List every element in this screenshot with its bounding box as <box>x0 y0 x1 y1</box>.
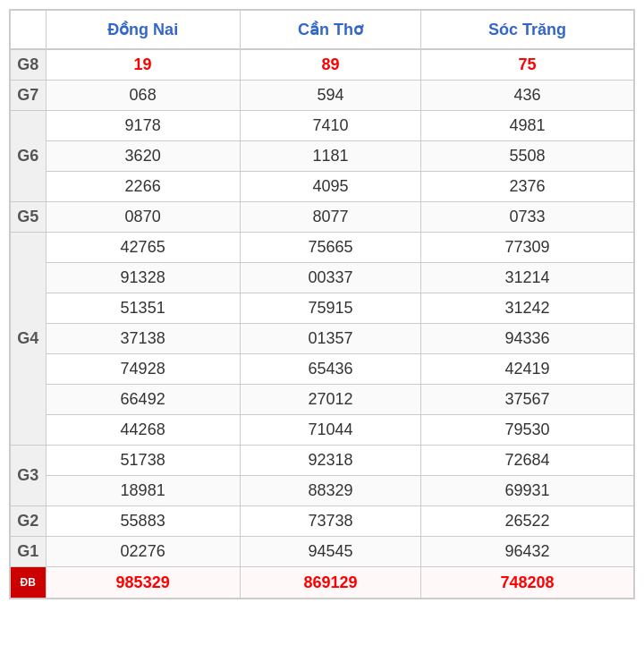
value-cell: 65436 <box>240 354 420 385</box>
value-cell: 44268 <box>46 415 240 446</box>
value-cell: 51351 <box>46 293 240 324</box>
value-cell: 75915 <box>240 293 420 324</box>
value-cell: 51738 <box>46 446 240 476</box>
value-cell: 4981 <box>421 111 634 141</box>
value-cell: 4095 <box>240 172 420 202</box>
value-cell: 75 <box>421 49 634 81</box>
row-label-g3: G3 <box>10 446 46 506</box>
special-prize-value: 985329 <box>46 567 240 599</box>
row-label-g2: G2 <box>10 506 46 537</box>
value-cell: 7410 <box>240 111 420 141</box>
value-cell: 01357 <box>240 324 420 354</box>
value-cell: 75665 <box>240 233 420 263</box>
row-label-special: ĐB <box>10 567 46 599</box>
value-cell: 26522 <box>421 506 634 537</box>
special-prize-value: 869129 <box>240 567 420 599</box>
value-cell: 1181 <box>240 141 420 172</box>
row-label-g4: G4 <box>10 233 46 446</box>
value-cell: 0733 <box>421 202 634 233</box>
value-cell: 594 <box>240 81 420 111</box>
value-cell: 69931 <box>421 476 634 506</box>
value-cell: 02276 <box>46 537 240 567</box>
value-cell: 00337 <box>240 263 420 293</box>
value-cell: 436 <box>421 81 634 111</box>
value-cell: 2266 <box>46 172 240 202</box>
value-cell: 37567 <box>421 385 634 415</box>
row-label-g8: G8 <box>10 49 46 81</box>
value-cell: 79530 <box>421 415 634 446</box>
lottery-results-table: Đồng Nai Cần Thơ Sóc Trăng G8198975G7068… <box>9 9 635 599</box>
value-cell: 3620 <box>46 141 240 172</box>
row-label-g1: G1 <box>10 537 46 567</box>
value-cell: 42419 <box>421 354 634 385</box>
value-cell: 068 <box>46 81 240 111</box>
header-can-tho: Cần Thơ <box>240 10 420 49</box>
value-cell: 71044 <box>240 415 420 446</box>
value-cell: 18981 <box>46 476 240 506</box>
value-cell: 5508 <box>421 141 634 172</box>
header-dong-nai: Đồng Nai <box>46 10 240 49</box>
header-empty <box>10 10 46 49</box>
value-cell: 73738 <box>240 506 420 537</box>
row-label-g7: G7 <box>10 81 46 111</box>
value-cell: 96432 <box>421 537 634 567</box>
value-cell: 55883 <box>46 506 240 537</box>
value-cell: 72684 <box>421 446 634 476</box>
value-cell: 2376 <box>421 172 634 202</box>
value-cell: 27012 <box>240 385 420 415</box>
value-cell: 89 <box>240 49 420 81</box>
value-cell: 74928 <box>46 354 240 385</box>
value-cell: 88329 <box>240 476 420 506</box>
value-cell: 66492 <box>46 385 240 415</box>
value-cell: 31214 <box>421 263 634 293</box>
value-cell: 31242 <box>421 293 634 324</box>
value-cell: 0870 <box>46 202 240 233</box>
value-cell: 94336 <box>421 324 634 354</box>
row-label-g5: G5 <box>10 202 46 233</box>
value-cell: 8077 <box>240 202 420 233</box>
value-cell: 37138 <box>46 324 240 354</box>
value-cell: 94545 <box>240 537 420 567</box>
value-cell: 77309 <box>421 233 634 263</box>
value-cell: 19 <box>46 49 240 81</box>
value-cell: 9178 <box>46 111 240 141</box>
special-prize-value: 748208 <box>421 567 634 599</box>
value-cell: 42765 <box>46 233 240 263</box>
row-label-g6: G6 <box>10 111 46 202</box>
value-cell: 91328 <box>46 263 240 293</box>
value-cell: 92318 <box>240 446 420 476</box>
header-soc-trang: Sóc Trăng <box>421 10 634 49</box>
